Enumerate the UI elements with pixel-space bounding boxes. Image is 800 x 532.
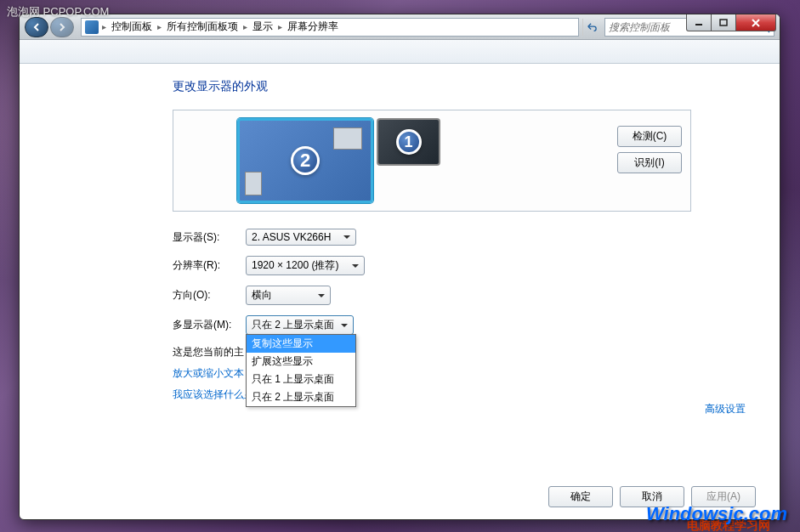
breadcrumb-item[interactable]: 所有控制面板项 xyxy=(165,20,240,34)
orientation-combo[interactable]: 横向 xyxy=(246,286,331,305)
multi-display-dropdown: 复制这些显示 扩展这些显示 只在 1 上显示桌面 只在 2 上显示桌面 xyxy=(246,334,356,407)
ok-button[interactable]: 确定 xyxy=(548,486,613,507)
minimize-button[interactable] xyxy=(686,14,712,31)
multi-display-label: 多显示器(M): xyxy=(173,318,246,332)
watermark-top: 泡泡网 PCPOP.COM xyxy=(7,4,109,20)
breadcrumb-item[interactable]: 屏幕分辨率 xyxy=(286,20,340,34)
identify-button[interactable]: 识别(I) xyxy=(617,152,682,173)
monitor-number: 1 xyxy=(396,129,422,155)
chevron-right-icon[interactable]: ▸ xyxy=(278,22,282,31)
orientation-label: 方向(O): xyxy=(173,288,246,303)
dropdown-item[interactable]: 只在 1 上显示桌面 xyxy=(247,371,355,388)
close-button[interactable] xyxy=(735,14,776,31)
text-size-link[interactable]: 放大或缩小文本 xyxy=(173,367,244,379)
titlebar: ▸ 控制面板 ▸ 所有控制面板项 ▸ 显示 ▸ 屏幕分辨率 xyxy=(20,14,780,40)
chevron-right-icon[interactable]: ▸ xyxy=(102,22,106,31)
monitor-2[interactable]: 2 xyxy=(237,118,373,203)
nav-back-button[interactable] xyxy=(25,17,48,37)
nav-forward-button[interactable] xyxy=(50,17,74,37)
display-combo[interactable]: 2. ASUS VK266H xyxy=(246,229,356,246)
dropdown-item[interactable]: 扩展这些显示 xyxy=(247,353,355,371)
resolution-combo[interactable]: 1920 × 1200 (推荐) xyxy=(246,256,365,275)
chevron-right-icon[interactable]: ▸ xyxy=(157,22,162,31)
toolbar xyxy=(20,40,780,64)
control-panel-icon xyxy=(85,20,99,34)
maximize-button[interactable] xyxy=(711,14,736,31)
breadcrumb-item[interactable]: 控制面板 xyxy=(110,20,154,34)
refresh-icon[interactable] xyxy=(582,19,599,36)
monitor-1[interactable]: 1 xyxy=(377,118,440,166)
multi-display-combo[interactable]: 只在 2 上显示桌面 复制这些显示 扩展这些显示 只在 1 上显示桌面 只在 2… xyxy=(246,315,354,335)
monitor-number: 2 xyxy=(291,146,320,175)
detect-button[interactable]: 检测(C) xyxy=(617,126,682,147)
mini-window-icon xyxy=(333,127,362,150)
advanced-settings-link[interactable]: 高级设置 xyxy=(705,402,746,416)
resolution-label: 分辨率(R): xyxy=(173,258,246,273)
breadcrumb-item[interactable]: 显示 xyxy=(251,20,275,34)
chevron-right-icon[interactable]: ▸ xyxy=(243,22,247,31)
page-title: 更改显示器的外观 xyxy=(173,79,746,94)
svg-rect-3 xyxy=(720,20,727,25)
display-arrangement-area[interactable]: 2 1 检测(C) 识别(I) xyxy=(173,110,691,212)
control-panel-window: ▸ 控制面板 ▸ 所有控制面板项 ▸ 显示 ▸ 屏幕分辨率 xyxy=(19,14,780,520)
address-bar[interactable]: ▸ 控制面板 ▸ 所有控制面板项 ▸ 显示 ▸ 屏幕分辨率 xyxy=(81,18,579,37)
dropdown-item[interactable]: 只在 2 上显示桌面 xyxy=(247,388,355,406)
combo-value: 只在 2 上显示桌面 xyxy=(252,319,334,331)
content-area: 更改显示器的外观 2 1 检测(C) 识别(I) 显示器(S): 2. ASUS… xyxy=(20,64,780,519)
watermark-bottom-right: Windowsjc.com xyxy=(646,503,787,525)
display-label: 显示器(S): xyxy=(173,230,246,245)
mini-window-icon xyxy=(245,172,262,195)
dropdown-item[interactable]: 复制这些显示 xyxy=(247,335,355,353)
